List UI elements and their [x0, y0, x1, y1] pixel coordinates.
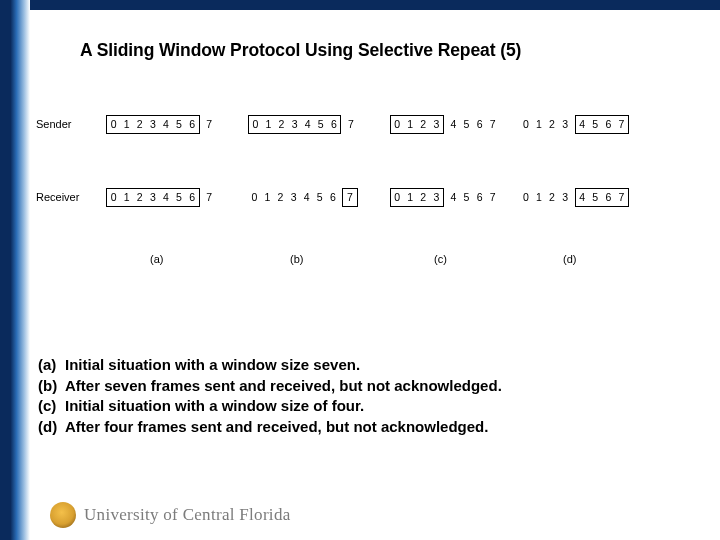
- seq-cell: 3: [430, 116, 443, 133]
- seq-cell: 0: [107, 116, 120, 133]
- seq-cell: 4: [300, 189, 313, 206]
- seq-cell: 1: [532, 116, 545, 133]
- seq-cell: 5: [589, 116, 602, 133]
- seq-cell: 3: [287, 189, 300, 206]
- seq-cell: 3: [146, 189, 159, 206]
- desc-line-a: (a) Initial situation with a window size…: [38, 355, 712, 376]
- seq-cell: 3: [288, 116, 301, 133]
- out-left: 0 1 2 3: [519, 116, 571, 133]
- seq-cell: 1: [120, 116, 133, 133]
- slide-footer: University of Central Florida: [50, 502, 291, 528]
- seq-cell: 5: [460, 116, 473, 133]
- seq-cell: 6: [186, 116, 199, 133]
- seq-cell: 2: [133, 189, 146, 206]
- seq-cell: 2: [274, 189, 287, 206]
- seq-cell: 4: [576, 116, 589, 133]
- receiver-window-d: 0 1 2 3 4 5 6 7: [519, 188, 629, 207]
- out-right: 7: [203, 189, 216, 206]
- receiver-window-a: 0 1 2 3 4 5 6 7: [106, 188, 216, 207]
- out-left: 0 1 2 3 4 5 6: [248, 189, 340, 206]
- window-box: 0 1 2 3 4 5 6: [248, 115, 342, 134]
- out-right: 7: [344, 116, 357, 133]
- desc-text: Initial situation with a window size of …: [65, 396, 364, 417]
- slide-left-border: [0, 0, 30, 540]
- seq-cell: 0: [391, 189, 404, 206]
- seq-cell: 2: [133, 116, 146, 133]
- seq-cell: 4: [576, 189, 589, 206]
- seq-cell: 4: [301, 116, 314, 133]
- seq-cell: 3: [559, 116, 572, 133]
- seq-cell: 3: [559, 189, 572, 206]
- seq-cell: 7: [615, 189, 628, 206]
- sublabel-a: (a): [150, 253, 163, 265]
- seq-cell: 5: [172, 116, 185, 133]
- seq-cell: 2: [275, 116, 288, 133]
- seq-cell: 2: [417, 116, 430, 133]
- seq-cell: 5: [589, 189, 602, 206]
- sublabel-b: (b): [290, 253, 303, 265]
- seq-cell: 5: [313, 189, 326, 206]
- seq-cell: 6: [473, 116, 486, 133]
- seq-cell: 7: [486, 116, 499, 133]
- seq-cell: 1: [262, 116, 275, 133]
- sender-window-b: 0 1 2 3 4 5 6 7: [248, 115, 358, 134]
- desc-text: After four frames sent and received, but…: [65, 417, 488, 438]
- seq-cell: 7: [203, 116, 216, 133]
- sender-window-c: 0 1 2 3 4 5 6 7: [390, 115, 500, 134]
- seq-cell: 4: [159, 189, 172, 206]
- seq-cell: 0: [391, 116, 404, 133]
- seq-cell: 4: [159, 116, 172, 133]
- pegasus-logo-icon: [50, 502, 76, 528]
- university-name: University of Central Florida: [84, 505, 291, 525]
- description-block: (a) Initial situation with a window size…: [38, 355, 712, 438]
- seq-cell: 7: [344, 116, 357, 133]
- desc-line-c: (c) Initial situation with a window size…: [38, 396, 712, 417]
- sender-window-d: 0 1 2 3 4 5 6 7: [519, 115, 629, 134]
- desc-line-d: (d) After four frames sent and received,…: [38, 417, 712, 438]
- diagram-zone: Sender Receiver 0 1 2 3 4 5 6 7: [38, 115, 712, 275]
- slide-content: A Sliding Window Protocol Using Selectiv…: [38, 14, 712, 540]
- seq-cell: 4: [447, 116, 460, 133]
- desc-key: (b): [38, 376, 65, 397]
- seq-cell: 5: [172, 189, 185, 206]
- receiver-window-b: 0 1 2 3 4 5 6 7: [248, 188, 358, 207]
- out-right: 7: [203, 116, 216, 133]
- window-box: 4 5 6 7: [575, 115, 629, 134]
- seq-cell: 2: [545, 189, 558, 206]
- window-box: 0 1 2 3: [390, 188, 444, 207]
- seq-cell: 3: [430, 189, 443, 206]
- seq-cell: 7: [615, 116, 628, 133]
- seq-cell: 0: [519, 116, 532, 133]
- seq-cell: 6: [602, 189, 615, 206]
- seq-cell: 6: [326, 189, 339, 206]
- seq-cell: 1: [404, 116, 417, 133]
- seq-cell: 7: [343, 189, 356, 206]
- desc-key: (d): [38, 417, 65, 438]
- sublabel-d: (d): [563, 253, 576, 265]
- seq-cell: 6: [602, 116, 615, 133]
- sender-label: Sender: [36, 118, 71, 130]
- out-right: 4 5 6 7: [447, 189, 499, 206]
- sender-window-a: 0 1 2 3 4 5 6 7: [106, 115, 216, 134]
- seq-cell: 0: [107, 189, 120, 206]
- seq-cell: 7: [486, 189, 499, 206]
- seq-cell: 1: [261, 189, 274, 206]
- seq-cell: 1: [532, 189, 545, 206]
- desc-text: Initial situation with a window size sev…: [65, 355, 360, 376]
- receiver-row: 0 1 2 3 4 5 6 7 0 1 2 3: [106, 188, 641, 207]
- seq-cell: 5: [460, 189, 473, 206]
- seq-cell: 7: [203, 189, 216, 206]
- seq-cell: 3: [146, 116, 159, 133]
- desc-key: (a): [38, 355, 65, 376]
- receiver-label: Receiver: [36, 191, 79, 203]
- seq-cell: 0: [248, 189, 261, 206]
- seq-cell: 1: [120, 189, 133, 206]
- out-right: 4 5 6 7: [447, 116, 499, 133]
- window-box: 7: [342, 188, 357, 207]
- slide-title: A Sliding Window Protocol Using Selectiv…: [80, 40, 712, 61]
- desc-text: After seven frames sent and received, bu…: [65, 376, 502, 397]
- seq-cell: 1: [404, 189, 417, 206]
- sender-row: 0 1 2 3 4 5 6 7 0 1 2 3: [106, 115, 641, 134]
- receiver-window-c: 0 1 2 3 4 5 6 7: [390, 188, 500, 207]
- seq-cell: 0: [519, 189, 532, 206]
